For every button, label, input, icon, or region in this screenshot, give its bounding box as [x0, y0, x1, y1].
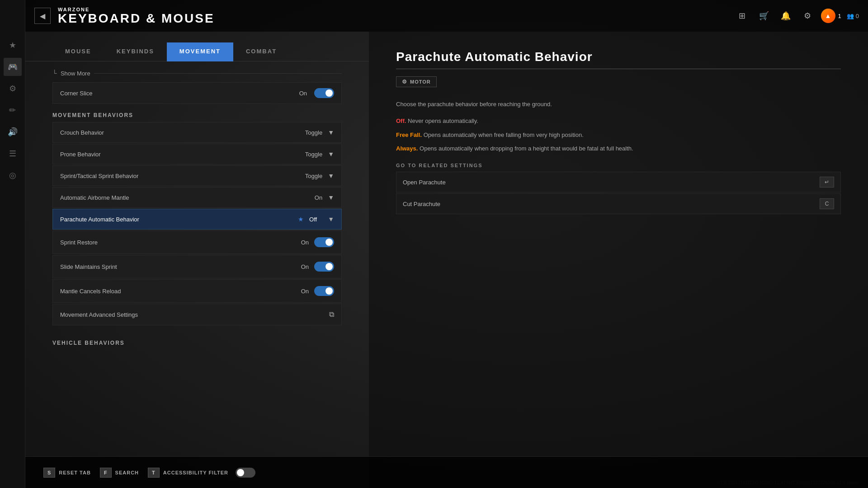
detail-option-freefall-label: Free Fall.	[396, 131, 422, 138]
slide-sprint-value: On	[301, 263, 309, 270]
search-action[interactable]: F SEARCH	[100, 468, 139, 478]
sprint-dropdown-arrow: ▼	[328, 172, 334, 179]
accessibility-action[interactable]: T ACCESSIBILITY FILTER	[148, 468, 255, 478]
setting-row-prone[interactable]: Prone Behavior Toggle ▼	[52, 144, 342, 164]
store-icon[interactable]: 🛒	[756, 8, 772, 24]
sprint-behavior-value: Toggle	[305, 173, 322, 179]
sidebar-item-audio[interactable]: 🔊	[4, 123, 22, 141]
sidebar-item-network[interactable]: ◎	[4, 166, 22, 184]
friends-number: 0	[856, 13, 859, 19]
back-button[interactable]: ◀	[34, 8, 51, 24]
tab-combat[interactable]: COMBAT	[233, 42, 289, 61]
reset-tab-action[interactable]: S RESET TAB	[43, 468, 91, 478]
search-key: F	[100, 468, 112, 478]
cut-parachute-key: C	[820, 198, 834, 209]
sprint-restore-value: On	[301, 239, 309, 246]
tab-mouse[interactable]: MOUSE	[52, 42, 104, 61]
cut-parachute-label: Cut Parachute	[403, 201, 820, 207]
crouch-behavior-value: Toggle	[305, 129, 322, 136]
user-avatar: ▲	[821, 9, 835, 23]
setting-row-airborne-mantle[interactable]: Automatic Airborne Mantle On ▼	[52, 187, 342, 208]
setting-row-parachute[interactable]: Parachute Automatic Behavior ★ Off ▼	[52, 209, 342, 230]
related-setting-cut-parachute[interactable]: Cut Parachute C	[396, 193, 841, 214]
user-count: 1	[838, 13, 841, 19]
show-more-row[interactable]: Show More	[52, 66, 342, 80]
motor-badge-label: MOTOR	[410, 79, 431, 84]
detail-option-always: Always. Opens automatically when droppin…	[396, 144, 841, 154]
tab-movement[interactable]: MOVEMENT	[167, 42, 233, 61]
setting-row-mantle-reload[interactable]: Mantle Cancels Reload On	[52, 279, 342, 303]
open-parachute-label: Open Parachute	[403, 179, 820, 186]
show-more-divider	[94, 73, 342, 74]
detail-option-off: Off. Never opens automatically.	[396, 117, 841, 126]
prone-behavior-label: Prone Behavior	[60, 151, 305, 158]
motor-badge[interactable]: ⚙ MOTOR	[396, 76, 437, 87]
related-setting-open-parachute[interactable]: Open Parachute ↵	[396, 172, 841, 192]
external-link-icon: ⧉	[329, 310, 334, 319]
user-profile[interactable]: ▲ 1	[821, 9, 841, 23]
slide-sprint-label: Slide Maintains Sprint	[60, 263, 301, 270]
corner-slice-label: Corner Slice	[60, 90, 299, 97]
grid-icon[interactable]: ⊞	[734, 8, 750, 24]
page-title: KEYBOARD & MOUSE	[58, 12, 215, 25]
airborne-mantle-label: Automatic Airborne Mantle	[60, 194, 315, 201]
sidebar-item-controller[interactable]: 🎮	[4, 58, 22, 76]
sprint-restore-label: Sprint Restore	[60, 239, 301, 246]
detail-option-always-label: Always.	[396, 145, 418, 152]
sidebar-item-favorites[interactable]: ★	[4, 36, 22, 54]
corner-slice-value: On	[299, 90, 307, 97]
detail-option-freefall: Free Fall. Opens automatically when free…	[396, 131, 841, 140]
setting-row-advanced[interactable]: Movement Advanced Settings ⧉	[52, 304, 342, 325]
main-content: MOUSE KEYBINDS MOVEMENT COMBAT Show More…	[25, 32, 868, 488]
detail-option-always-text: Opens automatically when dropping from a…	[420, 145, 633, 152]
tab-keybinds[interactable]: KEYBINDS	[104, 42, 167, 61]
prone-behavior-value: Toggle	[305, 151, 322, 158]
accessibility-key: T	[148, 468, 160, 478]
setting-row-sprint[interactable]: Sprint/Tactical Sprint Behavior Toggle ▼	[52, 165, 342, 186]
friends-count[interactable]: 👥 0	[847, 13, 859, 19]
parachute-behavior-label: Parachute Automatic Behavior	[60, 216, 294, 223]
settings-list: Show More Corner Slice On MOVEMENT BEHAV…	[25, 61, 369, 488]
detail-option-off-text: Never opens automatically.	[408, 117, 478, 124]
related-settings-header: GO TO RELATED SETTINGS	[396, 163, 841, 168]
detail-description: Choose the parachute behavior before rea…	[396, 100, 841, 109]
airborne-mantle-value: On	[315, 194, 322, 201]
bottom-bar: S RESET TAB F SEARCH T ACCESSIBILITY FIL…	[25, 456, 868, 488]
sidebar-item-list[interactable]: ☰	[4, 145, 22, 163]
friends-icon: 👥	[847, 13, 854, 19]
setting-row-sprint-restore[interactable]: Sprint Restore On	[52, 230, 342, 254]
crouch-dropdown-arrow: ▼	[328, 129, 334, 136]
detail-option-off-label: Off.	[396, 117, 406, 124]
parachute-dropdown-arrow: ▼	[328, 216, 334, 223]
notification-icon[interactable]: 🔔	[778, 8, 794, 24]
mantle-reload-toggle[interactable]	[314, 286, 334, 296]
tab-navigation: MOUSE KEYBINDS MOVEMENT COMBAT	[25, 32, 369, 61]
setting-row-slide-sprint[interactable]: Slide Maintains Sprint On	[52, 255, 342, 278]
airborne-mantle-arrow: ▼	[328, 194, 334, 201]
corner-slice-row[interactable]: Corner Slice On	[52, 82, 342, 104]
title-area: WARZONE KEYBOARD & MOUSE	[58, 7, 215, 25]
reset-tab-key: S	[43, 468, 55, 478]
movement-behaviors-header: MOVEMENT BEHAVIORS	[52, 105, 342, 122]
right-panel: Parachute Automatic Behavior ⚙ MOTOR Cho…	[369, 32, 868, 488]
corner-slice-toggle[interactable]	[314, 88, 334, 98]
topbar: ◀ WARZONE KEYBOARD & MOUSE ⊞ 🛒 🔔 ⚙ ▲ 1 👥…	[25, 0, 868, 32]
advanced-settings-label: Movement Advanced Settings	[60, 311, 329, 318]
vehicle-behaviors-header: VEHICLE BEHAVIORS	[52, 333, 342, 350]
gear-icon[interactable]: ⚙	[799, 8, 816, 24]
sidebar-item-edit[interactable]: ✏	[4, 101, 22, 119]
parachute-behavior-value: Off	[309, 216, 317, 223]
motor-badge-icon: ⚙	[402, 79, 407, 85]
show-more-label: Show More	[61, 70, 90, 77]
mantle-reload-label: Mantle Cancels Reload	[60, 288, 301, 295]
detail-title: Parachute Automatic Behavior	[396, 50, 841, 69]
accessibility-toggle[interactable]	[236, 468, 255, 478]
setting-row-crouch[interactable]: Crouch Behavior Toggle ▼	[52, 122, 342, 143]
topbar-icons: ⊞ 🛒 🔔 ⚙ ▲ 1 👥 0	[734, 8, 859, 24]
detail-option-freefall-text: Opens automatically when free falling fr…	[424, 131, 584, 138]
mantle-reload-value: On	[301, 288, 309, 295]
sprint-restore-toggle[interactable]	[314, 237, 334, 247]
sidebar-item-settings[interactable]: ⚙	[4, 80, 22, 98]
prone-dropdown-arrow: ▼	[328, 150, 334, 158]
slide-sprint-toggle[interactable]	[314, 262, 334, 272]
